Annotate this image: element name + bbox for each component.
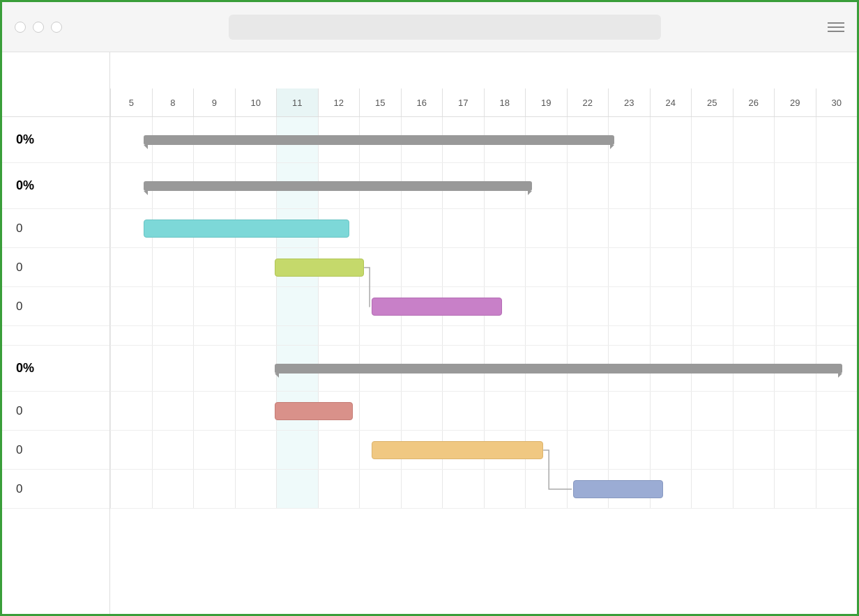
gantt-row-row5 (110, 287, 857, 326)
search-bar[interactable] (229, 15, 661, 40)
day-cell-17: 17 (442, 88, 484, 116)
left-cell-row3: 0 (2, 209, 109, 248)
left-cell-row7: 0% (2, 346, 109, 392)
gantt-header: 589101112151617181922232425262930 (110, 52, 857, 117)
day-cell-10: 10 (235, 88, 277, 116)
day-cell-30: 30 (816, 88, 858, 116)
window-close-btn[interactable] (15, 22, 26, 33)
gantt-row-row2 (110, 163, 857, 209)
day-cell-23: 23 (608, 88, 650, 116)
gantt-row-row9 (110, 431, 857, 470)
day-cell-9: 9 (193, 88, 235, 116)
titlebar (2, 2, 857, 52)
gantt-row-row3 (110, 209, 857, 248)
window: 0%0%0000%000 589101112151617181922232425… (2, 2, 857, 616)
left-cell-row4: 0 (2, 248, 109, 287)
gantt-row-row6 (110, 326, 857, 346)
left-cell-row8: 0 (2, 392, 109, 431)
day-cell-12: 12 (318, 88, 360, 116)
gantt-bar-row3 (144, 220, 349, 238)
day-cell-25: 25 (691, 88, 733, 116)
left-cell-row1: 0% (2, 117, 109, 163)
gantt-bar-row1 (144, 135, 614, 145)
left-cell-row9: 0 (2, 431, 109, 470)
day-cell-5: 5 (110, 88, 152, 116)
left-cell-row5: 0 (2, 287, 109, 326)
left-cell-row10: 0 (2, 470, 109, 509)
gantt-body (110, 117, 857, 509)
gantt-row-row4 (110, 248, 857, 287)
month-label (110, 52, 857, 62)
window-minimize-btn[interactable] (33, 22, 44, 33)
gantt-bar-row5 (372, 298, 502, 316)
day-cell-29: 29 (774, 88, 816, 116)
left-panel: 0%0%0000%000 (2, 52, 110, 616)
column-header-percent-complete (2, 52, 109, 117)
day-cell-22: 22 (567, 88, 609, 116)
day-cell-19: 19 (525, 88, 567, 116)
gantt-row-row1 (110, 117, 857, 163)
day-cell-8: 8 (152, 88, 194, 116)
gantt-row-row10 (110, 470, 857, 509)
day-cell-15: 15 (359, 88, 401, 116)
gantt-bar-row10 (573, 480, 663, 498)
main-content: 0%0%0000%000 589101112151617181922232425… (2, 52, 857, 616)
gantt-bar-row9 (372, 441, 543, 459)
menu-icon[interactable] (828, 22, 844, 32)
gantt-bar-row2 (144, 181, 532, 191)
day-numbers: 589101112151617181922232425262930 (110, 88, 857, 116)
gantt-row-row8 (110, 392, 857, 431)
day-cell-16: 16 (401, 88, 443, 116)
gantt-bar-row4 (275, 259, 365, 277)
left-cell-row2: 0% (2, 163, 109, 209)
gantt-chart: 589101112151617181922232425262930 (110, 52, 857, 616)
gantt-bar-row8 (275, 402, 353, 420)
day-cell-24: 24 (650, 88, 692, 116)
day-cell-26: 26 (733, 88, 775, 116)
gantt-bar-row7 (275, 364, 842, 374)
window-controls (15, 22, 62, 33)
gantt-row-row7 (110, 346, 857, 392)
left-cell-row6 (2, 326, 109, 346)
day-cell-11: 11 (276, 88, 318, 116)
window-maximize-btn[interactable] (51, 22, 62, 33)
day-cell-18: 18 (484, 88, 526, 116)
